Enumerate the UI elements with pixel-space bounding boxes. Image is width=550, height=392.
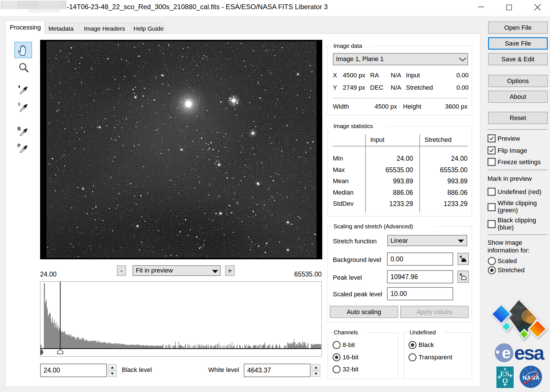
svg-text:B: B — [17, 126, 21, 131]
svg-text:NASA: NASA — [522, 375, 540, 381]
svg-text:P: P — [17, 143, 21, 148]
svg-text:esa: esa — [514, 343, 545, 364]
svg-text:e: e — [502, 344, 511, 362]
